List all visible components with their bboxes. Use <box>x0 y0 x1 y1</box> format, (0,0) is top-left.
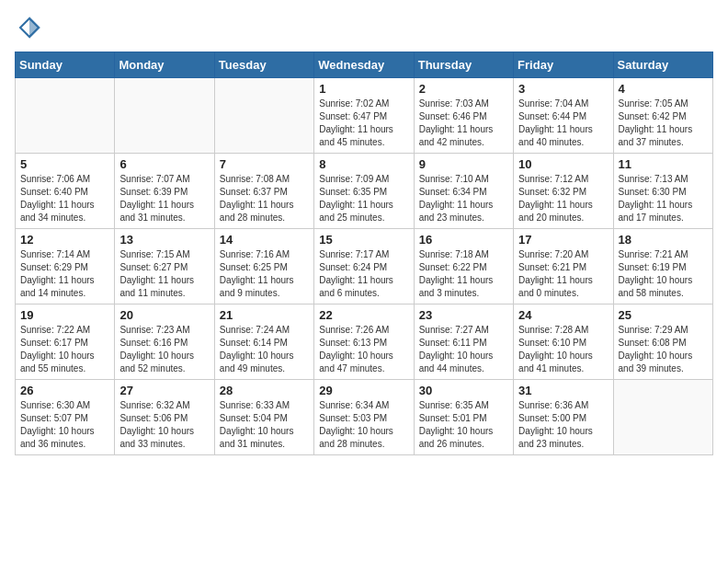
calendar-cell: 24Sunrise: 7:28 AM Sunset: 6:10 PM Dayli… <box>514 304 613 380</box>
day-info: Sunrise: 7:16 AM Sunset: 6:25 PM Dayligh… <box>220 248 309 300</box>
day-number: 15 <box>319 233 408 247</box>
calendar-cell: 11Sunrise: 7:13 AM Sunset: 6:30 PM Dayli… <box>613 154 712 229</box>
day-info: Sunrise: 7:23 AM Sunset: 6:16 PM Dayligh… <box>119 324 209 375</box>
day-number: 16 <box>419 233 508 247</box>
day-number: 19 <box>20 308 109 322</box>
day-info: Sunrise: 7:02 AM Sunset: 6:47 PM Dayligh… <box>319 98 408 149</box>
day-info: Sunrise: 6:35 AM Sunset: 5:01 PM Dayligh… <box>419 399 508 451</box>
day-number: 4 <box>619 82 708 96</box>
day-number: 12 <box>20 233 109 247</box>
day-number: 7 <box>220 157 309 171</box>
calendar-cell: 30Sunrise: 6:35 AM Sunset: 5:01 PM Dayli… <box>414 380 513 455</box>
day-header-tuesday: Tuesday <box>214 52 313 78</box>
day-number: 30 <box>419 384 508 397</box>
day-info: Sunrise: 7:27 AM Sunset: 6:11 PM Dayligh… <box>419 324 508 375</box>
calendar-cell: 12Sunrise: 7:14 AM Sunset: 6:29 PM Dayli… <box>16 229 115 304</box>
day-number: 21 <box>220 308 309 322</box>
day-header-monday: Monday <box>115 52 214 78</box>
page-header <box>15 15 713 40</box>
day-number: 27 <box>119 384 209 397</box>
calendar-header-row: SundayMondayTuesdayWednesdayThursdayFrid… <box>16 52 713 78</box>
day-info: Sunrise: 7:21 AM Sunset: 6:19 PM Dayligh… <box>619 248 708 300</box>
day-number: 3 <box>518 82 608 96</box>
calendar-week-row: 12Sunrise: 7:14 AM Sunset: 6:29 PM Dayli… <box>16 229 713 304</box>
day-info: Sunrise: 6:33 AM Sunset: 5:04 PM Dayligh… <box>220 399 309 451</box>
calendar-cell: 28Sunrise: 6:33 AM Sunset: 5:04 PM Dayli… <box>214 380 313 455</box>
calendar-cell: 27Sunrise: 6:32 AM Sunset: 5:06 PM Dayli… <box>115 380 214 455</box>
calendar-cell: 23Sunrise: 7:27 AM Sunset: 6:11 PM Dayli… <box>414 304 513 380</box>
day-info: Sunrise: 7:15 AM Sunset: 6:27 PM Dayligh… <box>119 248 209 300</box>
day-info: Sunrise: 7:26 AM Sunset: 6:13 PM Dayligh… <box>319 324 408 375</box>
calendar-cell <box>16 78 115 154</box>
calendar-cell <box>115 78 214 154</box>
day-number: 8 <box>319 157 408 171</box>
calendar-cell: 7Sunrise: 7:08 AM Sunset: 6:37 PM Daylig… <box>214 154 313 229</box>
day-info: Sunrise: 7:24 AM Sunset: 6:14 PM Dayligh… <box>220 324 309 375</box>
calendar-week-row: 19Sunrise: 7:22 AM Sunset: 6:17 PM Dayli… <box>16 304 713 380</box>
day-info: Sunrise: 7:18 AM Sunset: 6:22 PM Dayligh… <box>419 248 508 300</box>
day-info: Sunrise: 7:14 AM Sunset: 6:29 PM Dayligh… <box>20 248 109 300</box>
day-number: 22 <box>319 308 408 322</box>
day-info: Sunrise: 7:06 AM Sunset: 6:40 PM Dayligh… <box>20 173 109 224</box>
calendar-cell: 29Sunrise: 6:34 AM Sunset: 5:03 PM Dayli… <box>314 380 414 455</box>
calendar-cell: 21Sunrise: 7:24 AM Sunset: 6:14 PM Dayli… <box>214 304 313 380</box>
day-info: Sunrise: 6:36 AM Sunset: 5:00 PM Dayligh… <box>518 399 608 451</box>
svg-marker-1 <box>29 17 40 39</box>
calendar-cell: 13Sunrise: 7:15 AM Sunset: 6:27 PM Dayli… <box>115 229 214 304</box>
day-number: 13 <box>119 233 209 247</box>
day-number: 11 <box>619 157 708 171</box>
day-info: Sunrise: 7:28 AM Sunset: 6:10 PM Dayligh… <box>518 324 608 375</box>
day-header-friday: Friday <box>514 52 613 78</box>
day-number: 25 <box>619 308 708 322</box>
calendar-cell: 20Sunrise: 7:23 AM Sunset: 6:16 PM Dayli… <box>115 304 214 380</box>
day-number: 26 <box>20 384 109 397</box>
day-number: 31 <box>518 384 608 397</box>
day-number: 10 <box>518 157 608 171</box>
day-number: 6 <box>119 157 209 171</box>
day-info: Sunrise: 7:22 AM Sunset: 6:17 PM Dayligh… <box>20 324 109 375</box>
day-header-saturday: Saturday <box>613 52 712 78</box>
day-info: Sunrise: 6:30 AM Sunset: 5:07 PM Dayligh… <box>20 399 109 451</box>
calendar-week-row: 1Sunrise: 7:02 AM Sunset: 6:47 PM Daylig… <box>16 78 713 154</box>
day-info: Sunrise: 7:04 AM Sunset: 6:44 PM Dayligh… <box>518 98 608 149</box>
day-info: Sunrise: 7:20 AM Sunset: 6:21 PM Dayligh… <box>518 248 608 300</box>
day-number: 1 <box>319 82 408 96</box>
calendar-cell: 9Sunrise: 7:10 AM Sunset: 6:34 PM Daylig… <box>414 154 513 229</box>
day-info: Sunrise: 7:10 AM Sunset: 6:34 PM Dayligh… <box>419 173 508 224</box>
day-info: Sunrise: 7:12 AM Sunset: 6:32 PM Dayligh… <box>518 173 608 224</box>
calendar-week-row: 5Sunrise: 7:06 AM Sunset: 6:40 PM Daylig… <box>16 154 713 229</box>
calendar-cell: 1Sunrise: 7:02 AM Sunset: 6:47 PM Daylig… <box>314 78 414 154</box>
day-info: Sunrise: 7:08 AM Sunset: 6:37 PM Dayligh… <box>220 173 309 224</box>
day-info: Sunrise: 7:03 AM Sunset: 6:46 PM Dayligh… <box>419 98 508 149</box>
day-number: 5 <box>20 157 109 171</box>
calendar-week-row: 26Sunrise: 6:30 AM Sunset: 5:07 PM Dayli… <box>16 380 713 455</box>
calendar-cell: 14Sunrise: 7:16 AM Sunset: 6:25 PM Dayli… <box>214 229 313 304</box>
day-number: 17 <box>518 233 608 247</box>
day-number: 24 <box>518 308 608 322</box>
day-info: Sunrise: 7:17 AM Sunset: 6:24 PM Dayligh… <box>319 248 408 300</box>
calendar-cell: 16Sunrise: 7:18 AM Sunset: 6:22 PM Dayli… <box>414 229 513 304</box>
calendar-cell: 19Sunrise: 7:22 AM Sunset: 6:17 PM Dayli… <box>16 304 115 380</box>
day-header-wednesday: Wednesday <box>314 52 414 78</box>
day-info: Sunrise: 7:05 AM Sunset: 6:42 PM Dayligh… <box>619 98 708 149</box>
calendar-cell: 31Sunrise: 6:36 AM Sunset: 5:00 PM Dayli… <box>514 380 613 455</box>
day-header-sunday: Sunday <box>16 52 115 78</box>
calendar-cell: 3Sunrise: 7:04 AM Sunset: 6:44 PM Daylig… <box>514 78 613 154</box>
day-number: 23 <box>419 308 508 322</box>
day-number: 14 <box>220 233 309 247</box>
calendar-cell: 15Sunrise: 7:17 AM Sunset: 6:24 PM Dayli… <box>314 229 414 304</box>
day-info: Sunrise: 7:09 AM Sunset: 6:35 PM Dayligh… <box>319 173 408 224</box>
day-info: Sunrise: 6:34 AM Sunset: 5:03 PM Dayligh… <box>319 399 408 451</box>
calendar-cell: 10Sunrise: 7:12 AM Sunset: 6:32 PM Dayli… <box>514 154 613 229</box>
calendar-cell: 18Sunrise: 7:21 AM Sunset: 6:19 PM Dayli… <box>613 229 712 304</box>
day-info: Sunrise: 7:29 AM Sunset: 6:08 PM Dayligh… <box>619 324 708 375</box>
day-info: Sunrise: 7:13 AM Sunset: 6:30 PM Dayligh… <box>619 173 708 224</box>
calendar-cell: 25Sunrise: 7:29 AM Sunset: 6:08 PM Dayli… <box>613 304 712 380</box>
calendar-cell: 4Sunrise: 7:05 AM Sunset: 6:42 PM Daylig… <box>613 78 712 154</box>
calendar-cell: 2Sunrise: 7:03 AM Sunset: 6:46 PM Daylig… <box>414 78 513 154</box>
day-number: 20 <box>119 308 209 322</box>
logo-icon <box>17 15 42 40</box>
calendar-cell: 6Sunrise: 7:07 AM Sunset: 6:39 PM Daylig… <box>115 154 214 229</box>
calendar-cell: 22Sunrise: 7:26 AM Sunset: 6:13 PM Dayli… <box>314 304 414 380</box>
day-info: Sunrise: 6:32 AM Sunset: 5:06 PM Dayligh… <box>119 399 209 451</box>
